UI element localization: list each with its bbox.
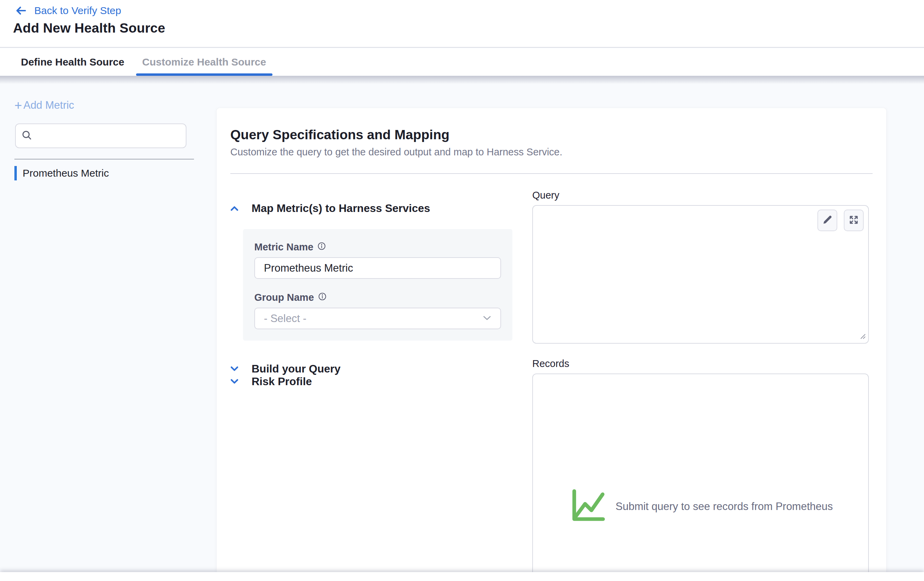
panel-heading: Query Specifications and Mapping [230,127,873,142]
metric-search-box [15,124,186,148]
group-name-label-row: Group Name [254,292,501,303]
mapping-column: Map Metric(s) to Harness Services Metric… [230,174,532,581]
search-icon [21,130,37,142]
panel-body: Map Metric(s) to Harness Services Metric… [216,174,886,581]
health-source-tabbar: Define Health Source Customize Health So… [0,48,924,76]
accordion-title: Build your Query [252,363,341,375]
chevron-down-icon [230,378,239,385]
accordion-map-metrics[interactable]: Map Metric(s) to Harness Services [230,202,532,215]
back-link[interactable]: Back to Verify Step [13,4,121,17]
edit-query-button[interactable] [817,210,837,231]
accordion-title: Risk Profile [252,375,312,388]
records-empty-text: Submit query to see records from Prometh… [615,500,833,513]
select-placeholder: - Select - [264,313,306,325]
metric-name-input[interactable] [254,257,501,279]
accordion-build-your-query[interactable]: Build your Query [230,363,532,375]
fullscreen-button[interactable] [844,210,864,231]
textarea-resize-handle[interactable] [858,331,866,341]
info-icon[interactable] [318,292,327,303]
metric-name-label: Metric Name [254,242,313,253]
chevron-down-icon [230,366,239,372]
tab-label: Define Health Source [21,56,124,68]
query-mapping-panel: Query Specifications and Mapping Customi… [216,108,886,581]
group-name-label: Group Name [254,292,314,303]
records-empty-state: Submit query to see records from Prometh… [533,487,868,526]
metric-search-input[interactable] [37,130,180,142]
plus-icon: + [15,100,22,111]
metric-mapping-card: Metric Name Group Name - Select - [243,229,512,341]
metrics-sidebar: + Add Metric Prometheus Metric [0,76,216,581]
panel-header: Query Specifications and Mapping Customi… [216,108,886,174]
accordion-risk-profile[interactable]: Risk Profile [230,375,532,388]
metric-name-label-row: Metric Name [254,242,501,253]
tab-define-health-source[interactable]: Define Health Source [15,48,130,76]
metric-item-label: Prometheus Metric [23,167,109,179]
back-arrow-icon [13,4,29,17]
group-name-select[interactable]: - Select - [254,308,501,329]
query-editor-box [532,205,869,344]
content-area: + Add Metric Prometheus Metric Query Spe… [0,76,924,581]
info-icon[interactable] [317,242,326,253]
selected-indicator-bar [15,166,17,180]
tab-customize-health-source[interactable]: Customize Health Source [136,48,272,76]
chevron-up-icon [230,205,239,212]
sidebar-divider [15,159,194,159]
sidebar-item-prometheus-metric[interactable]: Prometheus Metric [15,166,200,180]
query-column: Query [532,174,869,581]
query-label: Query [532,190,869,201]
page-header: Back to Verify Step Add New Health Sourc… [0,0,924,48]
add-metric-label: Add Metric [23,99,74,111]
panel-subheading: Customize the query to get the desired o… [230,146,873,157]
back-link-label: Back to Verify Step [34,5,121,17]
chevron-down-icon [483,315,492,322]
add-metric-button[interactable]: + Add Metric [15,99,74,111]
expand-arrows-icon [849,215,859,226]
records-box: Submit query to see records from Prometh… [532,374,869,581]
records-label: Records [532,358,869,369]
pencil-icon [822,215,833,226]
footer-bar [0,572,924,581]
tab-label: Customize Health Source [142,56,266,68]
accordion-title: Map Metric(s) to Harness Services [252,202,430,215]
line-chart-icon [568,487,607,526]
page-title: Add New Health Source [13,21,165,36]
